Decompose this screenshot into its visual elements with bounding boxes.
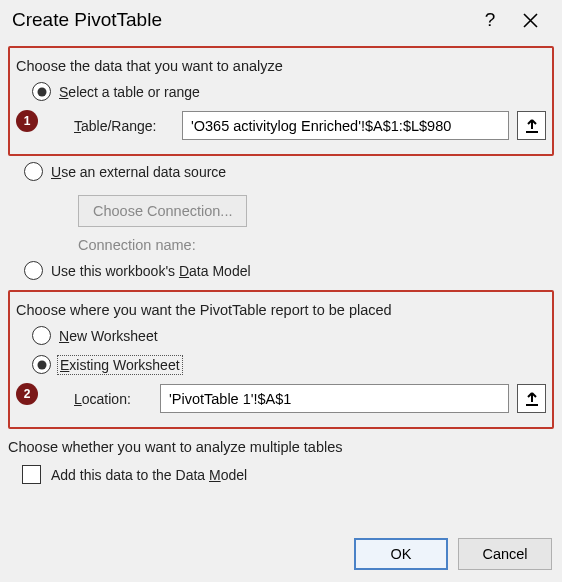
section-analyze-data: Choose the data that you want to analyze… [8,46,554,156]
option-select-table-range[interactable]: Select a table or range [32,82,546,101]
location-row: Location: [74,384,546,413]
option-new-worksheet[interactable]: New Worksheet [32,326,546,345]
option-use-data-model[interactable]: Use this workbook's Data Model [24,261,554,280]
option-label: Use this workbook's Data Model [51,263,251,279]
dialog-body: Choose the data that you want to analyze… [0,40,562,532]
dialog-title: Create PivotTable [12,9,470,31]
option-label: New Worksheet [59,328,158,344]
arrow-up-icon [523,117,541,135]
close-icon [523,13,538,28]
callout-badge-2: 2 [16,383,38,405]
collapse-dialog-button[interactable] [517,384,546,413]
choose-connection-button: Choose Connection... [78,195,247,227]
option-existing-worksheet[interactable]: Existing Worksheet [32,355,546,374]
option-label: Select a table or range [59,84,200,100]
radio-icon [32,355,51,374]
ok-button[interactable]: OK [354,538,448,570]
table-range-row: Table/Range: [74,111,546,140]
section-heading: Choose where you want the PivotTable rep… [16,302,546,318]
arrow-up-icon [523,390,541,408]
location-label: Location: [74,391,152,407]
radio-icon [32,82,51,101]
checkbox-label: Add this data to the Data Model [51,467,247,483]
option-external-source[interactable]: Use an external data source [24,162,554,181]
collapse-dialog-button[interactable] [517,111,546,140]
table-range-label: Table/Range: [74,118,174,134]
section-report-location: Choose where you want the PivotTable rep… [8,290,554,429]
section-heading: Choose whether you want to analyze multi… [8,439,554,455]
create-pivottable-dialog: Create PivotTable ? Choose the data that… [0,0,562,582]
section-heading: Choose the data that you want to analyze [16,58,546,74]
option-label: Use an external data source [51,164,226,180]
radio-icon [32,326,51,345]
checkbox-add-to-data-model[interactable]: Add this data to the Data Model [22,465,554,484]
cancel-button[interactable]: Cancel [458,538,552,570]
option-label: Existing Worksheet [59,357,181,373]
table-range-input[interactable] [182,111,509,140]
callout-badge-1: 1 [16,110,38,132]
connection-name-label: Connection name: [78,237,554,253]
radio-icon [24,162,43,181]
radio-icon [24,261,43,280]
help-button[interactable]: ? [470,0,510,40]
dialog-footer: OK Cancel [0,532,562,582]
location-input[interactable] [160,384,509,413]
titlebar: Create PivotTable ? [0,0,562,40]
close-button[interactable] [510,0,550,40]
checkbox-icon [22,465,41,484]
